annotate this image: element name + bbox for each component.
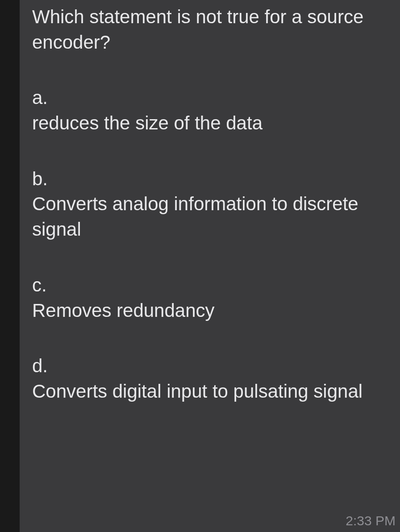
option-letter: b. — [32, 166, 388, 192]
option-letter: a. — [32, 85, 388, 111]
option-letter: d. — [32, 353, 388, 379]
option-a: a. reduces the size of the data — [32, 85, 388, 136]
option-d: d. Converts digital input to pulsating s… — [32, 353, 388, 404]
option-text: Converts analog information to discrete … — [32, 191, 388, 242]
option-text: Converts digital input to pulsating sign… — [32, 379, 388, 404]
option-text: Removes redundancy — [32, 298, 388, 324]
option-b: b. Converts analog information to discre… — [32, 166, 388, 242]
option-letter: c. — [32, 273, 388, 298]
question-text: Which statement is not true for a source… — [32, 4, 388, 55]
message-timestamp: 2:33 PM — [346, 513, 396, 528]
option-c: c. Removes redundancy — [32, 273, 388, 323]
left-margin-strip — [0, 0, 20, 532]
option-text: reduces the size of the data — [32, 111, 388, 136]
message-content: Which statement is not true for a source… — [20, 0, 400, 532]
